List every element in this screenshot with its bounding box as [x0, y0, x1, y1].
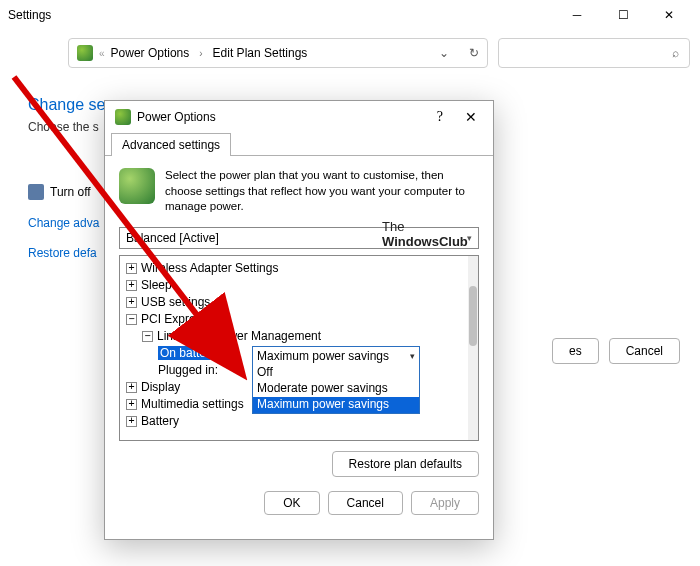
on-battery-dropdown[interactable]: Maximum power savings ▾ Off Moderate pow… — [252, 346, 420, 414]
tree-wireless[interactable]: Wireless Adapter Settings — [141, 261, 278, 275]
cancel-button[interactable]: Cancel — [609, 338, 680, 364]
tree-on-battery[interactable]: On battery: — [158, 346, 221, 360]
tree-multimedia[interactable]: Multimedia settings — [141, 397, 244, 411]
power-plan-large-icon — [119, 168, 155, 204]
close-icon[interactable]: ✕ — [459, 107, 483, 127]
expander-icon[interactable]: + — [126, 280, 137, 291]
apply-button[interactable]: Apply — [411, 491, 479, 515]
tree-sleep[interactable]: Sleep — [141, 278, 172, 292]
tree-usb[interactable]: USB settings — [141, 295, 210, 309]
power-options-dialog: Power Options ? ✕ Advanced settings Sele… — [104, 100, 494, 540]
chevron-down-icon: ▾ — [410, 351, 415, 361]
dropdown-value: Maximum power savings — [257, 349, 389, 363]
chevron-left-icon: « — [99, 48, 105, 59]
dialog-intro-text: Select the power plan that you want to c… — [165, 168, 479, 215]
scrollbar-thumb[interactable] — [469, 286, 477, 346]
watermark: TheWindowsClub — [382, 220, 468, 250]
expander-icon[interactable]: − — [142, 331, 153, 342]
dropdown-option-maximum[interactable]: Maximum power savings — [253, 397, 419, 413]
refresh-icon[interactable]: ↻ — [469, 46, 479, 60]
power-options-icon — [115, 109, 131, 125]
breadcrumb-item[interactable]: Edit Plan Settings — [213, 46, 308, 60]
display-icon — [28, 184, 44, 200]
tree-display[interactable]: Display — [141, 380, 180, 394]
window-title: Settings — [8, 8, 554, 22]
maximize-button[interactable]: ☐ — [600, 0, 646, 30]
search-input[interactable]: ⌕ — [498, 38, 690, 68]
power-plan-icon — [77, 45, 93, 61]
expander-icon[interactable]: − — [126, 314, 137, 325]
breadcrumb-item[interactable]: Power Options — [111, 46, 190, 60]
search-icon: ⌕ — [672, 46, 679, 60]
expander-icon[interactable]: + — [126, 263, 137, 274]
plan-select-value: Balanced [Active] — [126, 231, 219, 245]
tree-pci-express[interactable]: PCI Express — [141, 312, 208, 326]
chevron-right-icon: › — [199, 48, 202, 59]
breadcrumb-bar[interactable]: « Power Options › Edit Plan Settings ⌄ ↻ — [68, 38, 488, 68]
expander-icon[interactable]: + — [126, 297, 137, 308]
dropdown-icon[interactable]: ⌄ — [439, 46, 449, 60]
help-button[interactable]: ? — [437, 109, 443, 125]
minimize-button[interactable]: ─ — [554, 0, 600, 30]
expander-icon[interactable]: + — [126, 399, 137, 410]
ok-button[interactable]: OK — [264, 491, 319, 515]
es-button[interactable]: es — [552, 338, 599, 364]
tree-battery[interactable]: Battery — [141, 414, 179, 428]
tree-scrollbar[interactable] — [468, 256, 478, 440]
cancel-button[interactable]: Cancel — [328, 491, 403, 515]
dialog-title: Power Options — [137, 110, 437, 124]
tab-advanced-settings[interactable]: Advanced settings — [111, 133, 231, 156]
dropdown-option-moderate[interactable]: Moderate power savings — [253, 381, 419, 397]
turnoff-label: Turn off — [50, 185, 91, 199]
dropdown-option-off[interactable]: Off — [253, 365, 419, 381]
tree-plugged-in[interactable]: Plugged in: — [158, 363, 218, 377]
restore-plan-defaults-button[interactable]: Restore plan defaults — [332, 451, 479, 477]
expander-icon[interactable]: + — [126, 416, 137, 427]
tree-link-state[interactable]: Link State Power Management — [157, 329, 321, 343]
settings-tree[interactable]: +Wireless Adapter Settings +Sleep +USB s… — [119, 255, 479, 441]
expander-icon[interactable]: + — [126, 382, 137, 393]
window-close-button[interactable]: ✕ — [646, 0, 692, 30]
